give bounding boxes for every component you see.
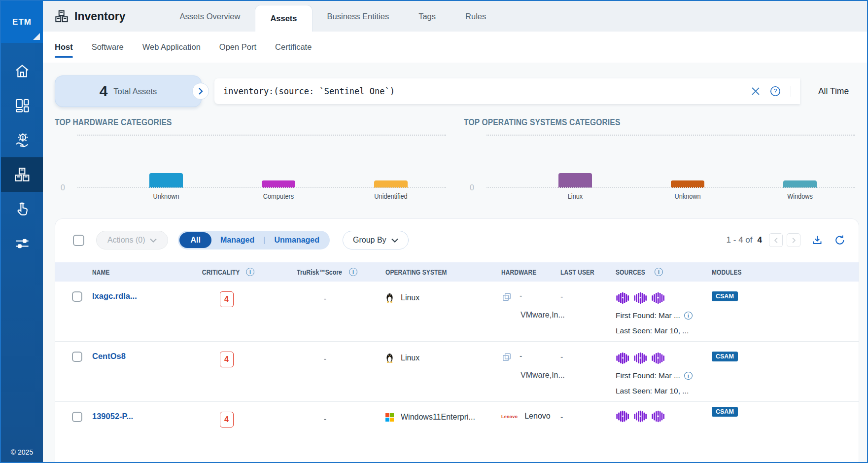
sentinelone-icon[interactable]: [633, 410, 647, 423]
hardware-categories-chart: TOP HARDWARE CATEGORIES 0 Unknown Comput…: [55, 117, 446, 206]
column-header-trurisk-score[interactable]: TruRisk™Scorei: [265, 268, 385, 276]
column-header-operating-system[interactable]: OPERATING SYSTEM: [385, 268, 501, 276]
copy-stack-icon[interactable]: [501, 291, 513, 303]
bar-label: Unknown: [153, 192, 179, 200]
chevron-down-icon: [391, 238, 398, 243]
subtab-software[interactable]: Software: [92, 32, 124, 63]
query-search-bar: [214, 78, 800, 104]
row-checkbox[interactable]: [72, 352, 82, 362]
assets-table-card: Actions (0) All Managed | Unmanaged Grou…: [55, 218, 859, 462]
download-button[interactable]: [811, 234, 823, 246]
app-sidebar: ETM © 2025: [1, 1, 43, 462]
asset-name-link[interactable]: CentOs8: [92, 352, 126, 360]
tab-tags[interactable]: Tags: [404, 1, 451, 32]
asset-name-link[interactable]: lxagc.rdla...: [92, 291, 137, 300]
table-row: lxagc.rdla... 4 - Linux - VMware,In... -…: [55, 282, 859, 342]
time-range-selector[interactable]: All Time: [800, 86, 867, 97]
sentinelone-icon[interactable]: [633, 352, 647, 365]
module-badge-csam: CSAM: [712, 407, 738, 417]
search-help-icon[interactable]: [770, 86, 781, 97]
criticality-badge: 4: [220, 352, 234, 367]
subtab-certificate[interactable]: Certificate: [275, 32, 312, 63]
tab-business-entities[interactable]: Business Entities: [312, 1, 404, 32]
column-header-modules[interactable]: MODULES: [712, 268, 859, 276]
gridline: [77, 135, 446, 136]
column-header-hardware[interactable]: HARDWARE: [501, 268, 560, 276]
trurisk-score-value: -: [265, 412, 385, 424]
bar-label: Unknown: [674, 192, 700, 200]
prev-page-button[interactable]: [769, 233, 783, 247]
column-header-name[interactable]: NAME: [92, 268, 188, 276]
filter-row: 4 Total Assets All Time: [55, 75, 867, 107]
sentinelone-icon[interactable]: [616, 291, 629, 305]
filter-all[interactable]: All: [179, 232, 211, 248]
chevron-left-icon: [773, 238, 779, 243]
subtab-web-application[interactable]: Web Application: [142, 32, 201, 63]
column-header-criticality[interactable]: CRITICALITYi: [188, 268, 265, 276]
linux-icon: [385, 353, 394, 363]
tab-assets[interactable]: Assets: [255, 5, 312, 32]
next-page-button[interactable]: [787, 233, 800, 247]
sentinelone-icon[interactable]: [651, 352, 664, 365]
last-user-value: -: [560, 291, 616, 301]
expand-summary-button[interactable]: [192, 83, 209, 100]
x-axis: [486, 187, 855, 188]
tab-assets-overview[interactable]: Assets Overview: [165, 1, 255, 32]
sidebar-item-dashboards[interactable]: [1, 88, 43, 123]
column-header-sources[interactable]: SOURCESi: [616, 268, 712, 276]
pointer-click-icon: [14, 201, 30, 217]
last-user-value: -: [560, 412, 616, 422]
sentinelone-icon[interactable]: [651, 410, 664, 423]
info-icon[interactable]: i: [684, 372, 693, 380]
info-icon[interactable]: i: [684, 312, 693, 320]
sidebar-item-response[interactable]: [1, 192, 43, 226]
criticality-badge: 4: [220, 412, 234, 427]
sidebar-item-home[interactable]: [1, 54, 43, 88]
filter-managed[interactable]: Managed: [211, 236, 263, 245]
copy-stack-icon[interactable]: [501, 352, 513, 363]
group-by-button[interactable]: Group By: [343, 231, 409, 249]
search-input[interactable]: [223, 86, 744, 96]
os-label: Windows11Enterpri...: [401, 413, 475, 422]
info-icon[interactable]: i: [655, 268, 663, 276]
refresh-button[interactable]: [834, 234, 846, 246]
asset-name-link[interactable]: 139052-P...: [92, 412, 133, 421]
sidebar-item-inventory[interactable]: [1, 157, 43, 192]
sidebar-item-configuration[interactable]: [1, 226, 43, 261]
tab-rules[interactable]: Rules: [451, 1, 501, 32]
download-icon: [811, 234, 823, 246]
os-label: Linux: [401, 354, 419, 362]
sentinelone-icon[interactable]: [616, 352, 629, 365]
sentinelone-icon[interactable]: [651, 291, 664, 305]
etm-logo[interactable]: ETM: [1, 1, 43, 43]
info-icon[interactable]: i: [246, 268, 254, 276]
row-checkbox[interactable]: [72, 291, 82, 302]
hardware-value: -: [520, 352, 522, 360]
subtab-open-port[interactable]: Open Port: [219, 32, 256, 63]
managed-filter-segmented: All Managed | Unmanaged: [178, 231, 330, 249]
select-all-checkbox[interactable]: [73, 235, 84, 246]
pagination-range: 1 - 4 of: [727, 235, 753, 245]
info-icon[interactable]: i: [349, 268, 357, 276]
sidebar-item-risk-management[interactable]: [1, 123, 43, 157]
chevron-right-icon: [197, 88, 204, 95]
filter-unmanaged[interactable]: Unmanaged: [265, 236, 328, 245]
sentinelone-icon[interactable]: [616, 410, 629, 423]
bar-unknown[interactable]: [149, 173, 183, 188]
clear-search-icon[interactable]: [750, 86, 761, 97]
sentinelone-icon[interactable]: [633, 291, 647, 305]
bar-label: Windows: [787, 192, 813, 200]
sliders-icon: [14, 236, 30, 251]
bar-linux[interactable]: [558, 173, 592, 188]
bar-label: Computers: [263, 192, 293, 200]
total-assets-card[interactable]: 4 Total Assets: [55, 75, 202, 107]
subtab-host[interactable]: Host: [55, 32, 73, 63]
hardware-value: Lenovo: [524, 412, 551, 421]
column-header-last-user[interactable]: LAST USER: [560, 268, 616, 276]
row-checkbox[interactable]: [72, 412, 82, 422]
actions-button[interactable]: Actions (0): [96, 231, 168, 249]
table-row: CentOs8 4 - Linux - VMware,In... - First…: [55, 342, 859, 402]
last-seen: Last Seen: Mar 10, ...: [616, 326, 689, 335]
x-axis: [77, 187, 446, 188]
hardware-value: -: [520, 291, 522, 300]
